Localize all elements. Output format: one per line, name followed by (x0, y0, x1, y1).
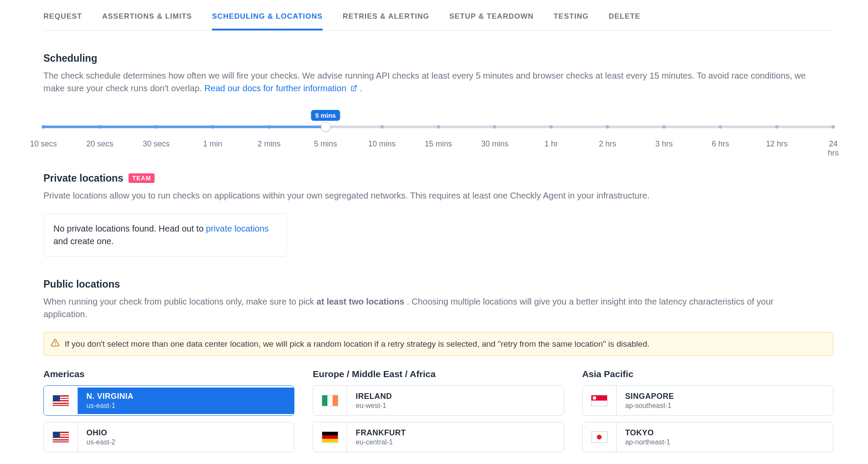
private-locations-empty: No private locations found. Head out to … (43, 213, 287, 257)
slider-value-bubble: 5 mins (311, 110, 340, 121)
location-name: Ohio (86, 428, 285, 437)
slider-tick[interactable] (437, 125, 440, 129)
region-heading: Asia Pacific (582, 369, 833, 379)
location-id: us-east-1 (86, 402, 285, 410)
slider-tick[interactable] (380, 125, 384, 129)
slider-tick[interactable] (775, 125, 779, 129)
slider-tick[interactable] (832, 125, 835, 129)
slider-tick[interactable] (493, 125, 496, 129)
slider-handle[interactable] (321, 122, 330, 132)
slider-tick-label: 1 min (203, 139, 222, 149)
public-desc-a: When running your check from public loca… (43, 297, 317, 306)
public-locations-heading: Public locations (43, 278, 833, 290)
slider-tick-label: 20 secs (86, 139, 113, 149)
slider-tick[interactable] (662, 125, 666, 129)
private-locations-desc: Private locations allow you to run check… (43, 189, 816, 202)
location-id: ap-southeast-1 (625, 402, 824, 410)
tab-testing[interactable]: Testing (554, 10, 589, 30)
flag-icon (583, 386, 617, 415)
location-name: Singapore (625, 392, 824, 401)
svg-line-0 (353, 86, 356, 89)
scheduling-desc: The check schedule determines how often … (43, 70, 816, 95)
tab-request[interactable]: Request (43, 10, 82, 30)
slider-tick[interactable] (42, 125, 45, 129)
location-id: ap-northeast-1 (625, 438, 824, 446)
slider-tick-label: 10 secs (30, 139, 57, 149)
slider-tick-label: 30 secs (143, 139, 170, 149)
docs-link-label: Read our docs for further information (205, 83, 347, 93)
frequency-slider[interactable]: 5 mins 10 secs20 secs30 secs1 min2 mins5… (43, 111, 833, 151)
location-us-east-1[interactable]: N. Virginiaus-east-1 (43, 385, 294, 416)
tab-retries-alerting[interactable]: Retries & Alerting (343, 10, 429, 30)
tab-delete[interactable]: Delete (609, 10, 640, 30)
slider-tick[interactable] (98, 125, 102, 129)
tab-assertions-limits[interactable]: Assertions & Limits (102, 10, 192, 30)
region-heading: Americas (43, 369, 294, 379)
alert-text: If you don't select more than one data c… (65, 339, 650, 349)
warning-icon (51, 338, 59, 349)
slider-tick-label: 15 mins (425, 139, 452, 149)
team-badge: TEAM (129, 173, 155, 183)
slider-tick[interactable] (719, 125, 722, 129)
scheduling-desc-text: The check schedule determines how often … (43, 71, 806, 93)
slider-tick[interactable] (155, 125, 158, 129)
location-eu-central-1[interactable]: Frankfurteu-central-1 (313, 422, 564, 452)
tab-scheduling-locations[interactable]: Scheduling & Locations (212, 10, 323, 30)
location-us-east-2[interactable]: Ohious-east-2 (43, 422, 294, 452)
flag-icon (44, 422, 78, 452)
flag-icon (583, 422, 617, 452)
private-locations-heading: Private locations TEAM (43, 172, 833, 184)
scheduling-heading: Scheduling (43, 53, 833, 64)
empty-text-a: No private locations found. Head out to (53, 224, 206, 233)
empty-text-b: and create one. (53, 236, 114, 246)
location-name: Frankfurt (356, 428, 554, 437)
location-id: eu-central-1 (356, 438, 554, 446)
slider-tick-label: 24 hrs (828, 139, 839, 158)
slider-tick-label: 30 mins (481, 139, 508, 149)
location-ap-northeast-1[interactable]: Tokyoap-northeast-1 (582, 422, 833, 452)
slider-tick-label: 2 hrs (599, 139, 616, 149)
location-name: Ireland (356, 392, 554, 401)
external-link-icon (350, 83, 357, 95)
private-locations-heading-text: Private locations (43, 172, 123, 184)
region-heading: Europe / Middle East / Africa (313, 369, 564, 379)
public-locations-desc: When running your check from public loca… (43, 295, 816, 321)
flag-icon (44, 386, 78, 415)
scheduling-desc-tail: . (360, 83, 363, 93)
slider-tick-label: 6 hrs (712, 139, 729, 149)
location-id: eu-west-1 (356, 402, 554, 410)
docs-link[interactable]: Read our docs for further information (205, 83, 360, 93)
public-desc-strong: at least two locations (317, 297, 404, 306)
location-ap-southeast-1[interactable]: Singaporeap-southeast-1 (582, 385, 833, 416)
private-locations-link[interactable]: private locations (206, 224, 269, 233)
slider-tick-label: 3 hrs (655, 139, 673, 149)
slider-tick[interactable] (211, 125, 215, 129)
location-name: Tokyo (625, 428, 824, 437)
slider-tick[interactable] (549, 125, 553, 129)
slider-tick-label: 2 mins (257, 139, 281, 149)
location-warning-alert: If you don't select more than one data c… (43, 332, 833, 356)
location-eu-west-1[interactable]: Irelandeu-west-1 (313, 385, 564, 416)
location-id: us-east-2 (86, 438, 285, 446)
slider-tick-label: 12 hrs (766, 139, 788, 149)
slider-tick-label: 10 mins (368, 139, 396, 149)
flag-icon (313, 386, 347, 415)
tab-setup-teardown[interactable]: Setup & Teardown (449, 10, 534, 30)
flag-icon (313, 422, 347, 452)
slider-tick[interactable] (606, 125, 609, 129)
slider-tick[interactable] (267, 125, 271, 129)
slider-tick-label: 1 hr (545, 139, 558, 149)
location-name: N. Virginia (86, 392, 285, 401)
slider-tick-label: 5 mins (314, 139, 337, 149)
